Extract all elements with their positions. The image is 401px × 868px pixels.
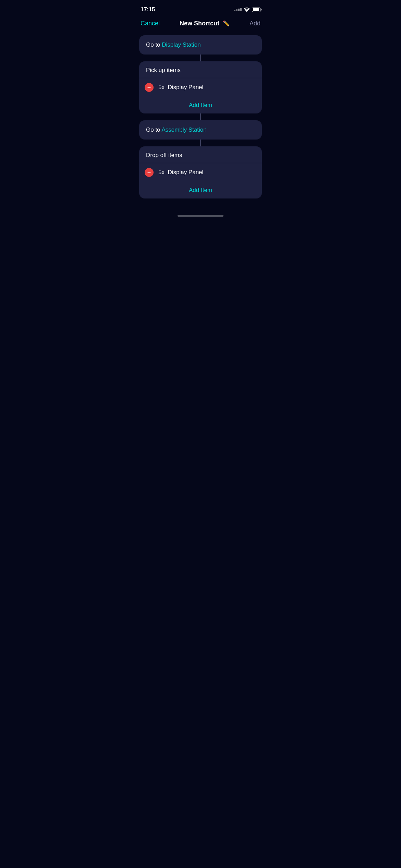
connector-1 — [200, 55, 201, 61]
status-icons — [234, 7, 260, 12]
goto-display-text: Go to — [146, 41, 162, 48]
home-indicator — [178, 215, 223, 217]
pickup-item-label: 5x Display Panel — [158, 84, 203, 91]
connector-2 — [200, 113, 201, 120]
status-time: 17:15 — [141, 6, 155, 13]
remove-dropoff-item-button[interactable] — [145, 168, 154, 177]
pickup-header-text: Pick up items — [146, 67, 181, 73]
display-station-link[interactable]: Display Station — [162, 41, 200, 48]
step-pickup: Pick up items 5x Display Panel Add Item — [139, 61, 262, 113]
goto-display-row[interactable]: Go to Display Station — [139, 35, 262, 55]
pickup-add-item-button[interactable]: Add Item — [139, 97, 262, 113]
dropoff-header-text: Drop off items — [146, 152, 182, 158]
content-area: Go to Display Station Pick up items 5x D… — [134, 33, 267, 209]
battery-icon — [252, 8, 260, 12]
pickup-header: Pick up items — [139, 61, 262, 78]
wifi-icon — [244, 7, 250, 12]
dropoff-item-row: 5x Display Panel — [139, 163, 262, 182]
assembly-station-link[interactable]: Assembly Station — [161, 126, 206, 133]
connector-3 — [200, 140, 201, 146]
cancel-button[interactable]: Cancel — [141, 20, 160, 27]
step-goto-display: Go to Display Station — [139, 35, 262, 55]
remove-pickup-item-button[interactable] — [145, 83, 154, 92]
status-bar: 17:15 — [134, 0, 267, 17]
signal-icon — [234, 8, 242, 11]
step-goto-assembly: Go to Assembly Station — [139, 120, 262, 140]
dropoff-header: Drop off items — [139, 146, 262, 163]
pickup-item-row: 5x Display Panel — [139, 78, 262, 97]
edit-icon[interactable]: ✏️ — [223, 20, 230, 27]
nav-bar: Cancel New Shortcut ✏️ Add — [134, 17, 267, 33]
goto-assembly-row[interactable]: Go to Assembly Station — [139, 120, 262, 140]
add-button[interactable]: Add — [250, 20, 260, 27]
step-dropoff: Drop off items 5x Display Panel Add Item — [139, 146, 262, 198]
goto-assembly-text: Go to — [146, 126, 161, 133]
dropoff-add-item-button[interactable]: Add Item — [139, 182, 262, 198]
page-title: New Shortcut — [180, 20, 219, 27]
dropoff-item-label: 5x Display Panel — [158, 169, 203, 176]
nav-title: New Shortcut ✏️ — [180, 20, 230, 27]
